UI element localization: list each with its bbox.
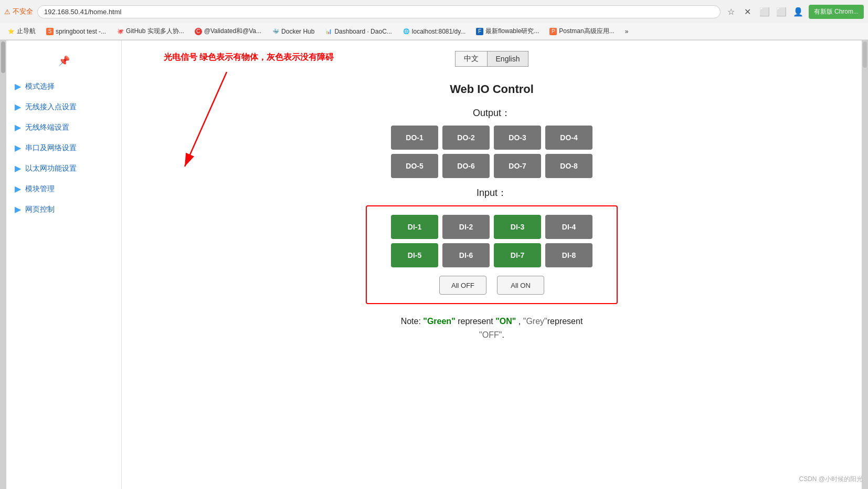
split-icon[interactable]: ⬜ [775, 5, 788, 18]
di-7-button[interactable]: DI-7 [494, 243, 541, 267]
annotation-container: 光电信号 绿色表示有物体，灰色表示没有障碍 中文 English Web IO [122, 40, 862, 362]
arrow-icon: ▶ [15, 102, 21, 112]
input-row-2: DI-5 DI-6 DI-7 DI-8 [391, 243, 592, 267]
localhost-icon: 🌐 [403, 28, 410, 35]
new-version-button[interactable]: 有新版 Chrom... [809, 5, 864, 19]
sidebar-item-wireless-ap[interactable]: ▶ 无线接入点设置 [6, 97, 121, 117]
note-on-word: "ON" [495, 317, 516, 326]
input-row-1: DI-1 DI-2 DI-3 DI-4 [391, 215, 592, 239]
main-scrollbar[interactable] [862, 40, 868, 489]
all-on-button[interactable]: All ON [497, 276, 544, 295]
do-3-button[interactable]: DO-3 [494, 126, 541, 150]
postman-icon: P [549, 28, 557, 35]
input-section: DI-1 DI-2 DI-3 DI-4 DI-5 DI-6 DI-7 DI-8 [366, 205, 618, 304]
warning-text: 不安全 [13, 7, 33, 16]
all-off-button[interactable]: All OFF [439, 276, 486, 295]
bookmark-validated[interactable]: C @Validated和@Va... [192, 26, 264, 37]
github-icon: 🐙 [117, 28, 124, 35]
bookmark-label: Dashboard · DaoC... [334, 28, 391, 35]
browser-icons: ☆ ✕ ⬜ ⬜ 👤 有新版 Chrom... [725, 5, 864, 19]
di-8-button[interactable]: DI-8 [545, 243, 592, 267]
validated-icon: C [195, 28, 202, 35]
bookmark-postman[interactable]: P Postman高级应用... [546, 26, 617, 37]
sidebar-pin-icon: 📌 [6, 51, 121, 71]
note-green-word: "Green" [423, 317, 455, 326]
sidebar-item-mode-select[interactable]: ▶ 模式选择 [6, 76, 121, 97]
output-label: Output： [132, 107, 851, 119]
di-5-button[interactable]: DI-5 [391, 243, 438, 267]
di-1-button[interactable]: DI-1 [391, 215, 438, 239]
do-2-button[interactable]: DO-2 [442, 126, 490, 150]
sidebar-item-module-manage[interactable]: ▶ 模块管理 [6, 179, 121, 199]
bookmark-springboot[interactable]: S springboot test -... [43, 27, 109, 36]
dashboard-icon: 📊 [325, 28, 332, 35]
do-5-button[interactable]: DO-5 [391, 154, 438, 178]
output-button-grid: DO-1 DO-2 DO-3 DO-4 DO-5 DO-6 DO-7 DO-8 [132, 126, 851, 178]
bookmark-localhost[interactable]: 🌐 localhost:8081/dy... [399, 27, 469, 36]
bookmark-more[interactable]: » [622, 27, 632, 36]
sidebar-item-label: 模块管理 [25, 184, 55, 194]
arrow-icon: ▶ [15, 204, 21, 214]
bookmark-label: @Validated和@Va... [204, 27, 261, 36]
input-button-grid: DI-1 DI-2 DI-3 DI-4 DI-5 DI-6 DI-7 DI-8 [377, 215, 606, 267]
flowable-icon: F [476, 28, 483, 35]
bookmarks-bar: ⭐ 止导航 S springboot test -... 🐙 GitHub 实现… [0, 23, 868, 40]
extension-icon[interactable]: ✕ [742, 5, 754, 18]
do-7-button[interactable]: DO-7 [494, 154, 541, 178]
main-content: 光电信号 绿色表示有物体，灰色表示没有障碍 中文 English Web IO [122, 40, 862, 489]
bookmark-dashboard[interactable]: 📊 Dashboard · DaoC... [322, 27, 395, 36]
url-text: 192.168.50.41/home.html [44, 8, 121, 16]
bookmark-flowable[interactable]: F 最新flowable研究... [473, 26, 542, 37]
di-3-button[interactable]: DI-3 [494, 215, 541, 239]
address-bar: ⚠ 不安全 192.168.50.41/home.html ☆ ✕ ⬜ ⬜ 👤 … [0, 0, 868, 23]
sidebar-item-label: 串口及网络设置 [25, 143, 77, 153]
sidebar-item-label: 无线接入点设置 [25, 102, 77, 112]
do-8-button[interactable]: DO-8 [545, 154, 592, 178]
note-text: Note: "Green" represent "ON" , "Grey"rep… [132, 315, 851, 341]
arrow-icon: ▶ [15, 163, 21, 173]
page-title: Web IO Control [132, 82, 851, 96]
bookmark-label: localhost:8081/dy... [412, 28, 466, 35]
warning-icon: ⚠ [4, 8, 10, 16]
di-6-button[interactable]: DI-6 [442, 243, 490, 267]
more-label: » [625, 28, 629, 35]
bookmark-nav[interactable]: ⭐ 止导航 [4, 26, 39, 37]
docker-icon: 🐳 [272, 28, 279, 35]
sidebar: 📌 ▶ 模式选择 ▶ 无线接入点设置 ▶ 无线终端设置 ▶ 串口及网络设置 ▶ … [6, 40, 122, 489]
sidebar-item-serial-network[interactable]: ▶ 串口及网络设置 [6, 138, 121, 158]
note-line-1: Note: "Green" represent "ON" , "Grey"rep… [132, 315, 851, 328]
bookmark-github[interactable]: 🐙 GitHub 实现多人协... [113, 26, 187, 37]
di-2-button[interactable]: DI-2 [442, 215, 490, 239]
sidebar-item-label: 以太网功能设置 [25, 164, 77, 173]
do-1-button[interactable]: DO-1 [391, 126, 438, 150]
bookmark-docker[interactable]: 🐳 Docker Hub [269, 27, 317, 36]
bookmark-label: 最新flowable研究... [485, 27, 539, 36]
springboot-icon: S [46, 28, 54, 35]
arrow-icon: ▶ [15, 122, 21, 132]
output-row-2: DO-5 DO-6 DO-7 DO-8 [391, 154, 592, 178]
sidebar-item-label: 网页控制 [25, 205, 55, 214]
page-layout: 📌 ▶ 模式选择 ▶ 无线接入点设置 ▶ 无线终端设置 ▶ 串口及网络设置 ▶ … [0, 40, 868, 489]
do-4-button[interactable]: DO-4 [545, 126, 592, 150]
sidebar-item-label: 模式选择 [25, 82, 55, 91]
control-row: All OFF All ON [377, 276, 606, 295]
sidebar-item-wireless-terminal[interactable]: ▶ 无线终端设置 [6, 117, 121, 138]
sidebar-item-label: 无线终端设置 [25, 123, 69, 132]
address-input[interactable]: 192.168.50.41/home.html [37, 5, 721, 18]
profile-icon[interactable]: 👤 [792, 5, 805, 18]
do-6-button[interactable]: DO-6 [442, 154, 490, 178]
arrow-icon: ▶ [15, 143, 21, 153]
note-grey-word: "Grey" [523, 317, 547, 326]
sidebar-scrollbar[interactable] [0, 40, 6, 489]
scrollbar-thumb [1, 41, 5, 73]
input-label: Input： [132, 186, 851, 199]
english-lang-button[interactable]: English [487, 51, 529, 67]
chinese-lang-button[interactable]: 中文 [455, 51, 487, 67]
sidebar-item-web-control[interactable]: ▶ 网页控制 [6, 199, 121, 220]
sidebar-item-ethernet[interactable]: ▶ 以太网功能设置 [6, 158, 121, 179]
star-icon[interactable]: ☆ [725, 5, 737, 18]
note-off-word: "OFF" [479, 330, 502, 339]
output-row-1: DO-1 DO-2 DO-3 DO-4 [391, 126, 592, 150]
di-4-button[interactable]: DI-4 [545, 215, 592, 239]
extensions-icon[interactable]: ⬜ [758, 5, 771, 18]
